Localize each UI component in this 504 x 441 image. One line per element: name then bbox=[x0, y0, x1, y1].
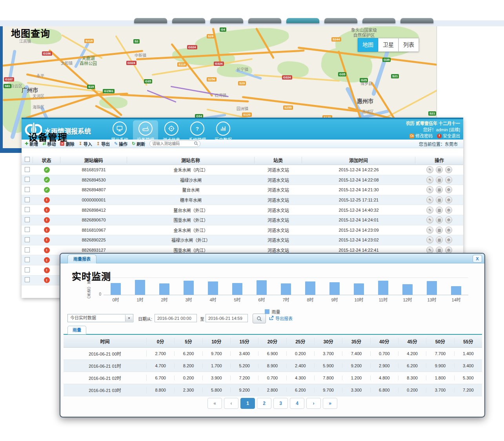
page-button-4[interactable]: 4 bbox=[290, 398, 304, 409]
tab-rainfall[interactable]: 雨量 bbox=[67, 326, 86, 334]
top-tab[interactable] bbox=[248, 18, 281, 23]
top-tab[interactable] bbox=[210, 18, 243, 23]
rainfall-row[interactable]: 2016-06-21 02时6.7000.2003.9007.2000.7004… bbox=[64, 372, 482, 384]
page-button-1[interactable]: 1 bbox=[240, 398, 255, 409]
row-checkbox[interactable] bbox=[25, 227, 30, 232]
delete-icon[interactable]: ▥ bbox=[436, 166, 443, 173]
settings-icon[interactable]: ⚙ bbox=[445, 196, 452, 203]
row-checkbox[interactable] bbox=[25, 217, 30, 222]
map-type-button-map[interactable]: 地图 bbox=[358, 38, 378, 52]
edit-icon[interactable]: ✎ bbox=[426, 166, 433, 173]
search-button[interactable] bbox=[253, 314, 266, 323]
row-checkbox[interactable] bbox=[25, 237, 30, 242]
toolbar-import-button[interactable]: ↧导入 bbox=[78, 141, 92, 147]
station-search-input[interactable] bbox=[149, 140, 200, 147]
row-checkbox[interactable] bbox=[25, 197, 30, 202]
map-type-button-list[interactable]: 列表 bbox=[398, 38, 419, 52]
close-icon[interactable]: X bbox=[473, 255, 482, 263]
top-tab[interactable] bbox=[362, 18, 395, 23]
row-checkbox[interactable] bbox=[25, 177, 30, 182]
rainfall-value-cell: 8.900 bbox=[258, 363, 286, 368]
delete-icon[interactable]: ▥ bbox=[436, 176, 443, 183]
row-actions-cell: ✎▥⚙ bbox=[415, 196, 463, 203]
table-row[interactable]: !8826898412鳌台水闸（外江）河道水文站2015-12-24 14:40… bbox=[22, 205, 463, 215]
rainfall-row[interactable]: 2016-06-21 03时8.8002.3005.8009.2002.8006… bbox=[64, 384, 482, 396]
page-button-next[interactable]: › bbox=[306, 398, 321, 409]
edit-icon[interactable]: ✎ bbox=[426, 227, 433, 234]
row-checkbox[interactable] bbox=[25, 167, 30, 172]
edit-icon[interactable]: ✎ bbox=[426, 207, 433, 214]
settings-icon[interactable]: ⚙ bbox=[445, 207, 452, 214]
select-all-checkbox[interactable] bbox=[25, 157, 30, 162]
key-icon bbox=[409, 134, 414, 138]
table-row[interactable]: !8826890225福禄沙水闸（外江）河道水文站2015-12-24 14:2… bbox=[22, 235, 463, 245]
rainfall-value-cell: 0.700 bbox=[258, 376, 286, 380]
map-town-label: 太和镇 bbox=[61, 60, 73, 66]
change-password-link[interactable]: 修改密码 bbox=[415, 134, 433, 138]
station-name-cell: 鳌台水闸（外江） bbox=[127, 207, 255, 213]
settings-icon[interactable]: ⚙ bbox=[445, 176, 452, 183]
page-button-3[interactable]: 3 bbox=[273, 398, 288, 409]
table-row[interactable]: !8826890670围垦水闸（外江）河道水文站2015-12-24 14:24… bbox=[22, 215, 463, 225]
table-row[interactable]: !8816810967金禾水闸（外江）河道水文站2015-12-24 14:23… bbox=[22, 225, 463, 236]
row-checkbox[interactable] bbox=[25, 267, 30, 272]
delete-icon[interactable]: ▥ bbox=[436, 186, 443, 193]
data-mode-select[interactable]: 今日实时数据 ▼ bbox=[67, 314, 133, 322]
row-checkbox[interactable] bbox=[25, 187, 30, 192]
logout-link[interactable]: 安全退出 bbox=[443, 134, 460, 138]
settings-icon[interactable]: ⚙ bbox=[445, 227, 452, 234]
chevron-down-icon: ▼ bbox=[125, 315, 133, 321]
station-name-cell: 金禾水闸（内江） bbox=[127, 167, 255, 173]
settings-icon[interactable]: ⚙ bbox=[445, 216, 452, 223]
table-row[interactable]: ✔8826894807鳌台水闸河道水文站2015-12-24 14:21:30✎… bbox=[22, 185, 463, 195]
export-report-link[interactable]: 导出报表 bbox=[269, 315, 293, 321]
search-icon[interactable] bbox=[194, 141, 198, 147]
delete-icon[interactable]: ▥ bbox=[436, 216, 443, 223]
toolbar-refresh-button[interactable]: ↻刷新 bbox=[132, 141, 145, 147]
page-button-last[interactable]: » bbox=[323, 398, 337, 409]
chart-icon bbox=[216, 122, 230, 136]
top-tab[interactable] bbox=[324, 18, 357, 23]
row-checkbox[interactable] bbox=[25, 277, 30, 282]
status-cell: ! bbox=[33, 267, 60, 273]
toolbar-export-button[interactable]: ↥导出 bbox=[96, 141, 110, 147]
table-row[interactable]: ✔8826894530福绿沙水闸河道水文站2015-12-24 14:22:08… bbox=[22, 175, 463, 185]
settings-icon[interactable]: ⚙ bbox=[445, 166, 452, 173]
delete-icon[interactable]: ▥ bbox=[436, 236, 443, 243]
road-shield: S21 bbox=[391, 74, 399, 78]
edit-icon[interactable]: ✎ bbox=[426, 216, 433, 223]
date-to-input[interactable] bbox=[206, 314, 248, 322]
settings-icon[interactable]: ⚙ bbox=[445, 236, 452, 243]
top-tab[interactable] bbox=[172, 18, 205, 23]
edit-icon[interactable]: ✎ bbox=[426, 196, 433, 203]
delete-icon[interactable]: ▥ bbox=[436, 207, 443, 214]
edit-icon[interactable]: ✎ bbox=[426, 186, 433, 193]
rainfall-row[interactable]: 2016-06-21 00时2.7006.2009.7003.4006.9000… bbox=[64, 348, 482, 360]
row-checkbox[interactable] bbox=[25, 247, 30, 252]
rainfall-row[interactable]: 2016-06-21 01时4.7008.2001.7005.2008.9002… bbox=[64, 360, 482, 372]
row-checkbox[interactable] bbox=[25, 257, 30, 262]
top-tab[interactable] bbox=[400, 18, 433, 23]
page-button-2[interactable]: 2 bbox=[257, 398, 271, 409]
top-tab[interactable] bbox=[134, 18, 167, 23]
top-tab[interactable] bbox=[286, 18, 319, 23]
table-row[interactable]: !0000000001穗丰年水闸河道水文站2015-12-25 17:11:21… bbox=[22, 195, 463, 205]
page-button-prev[interactable]: ‹ bbox=[224, 398, 238, 409]
rainfall-value-cell: 4.800 bbox=[371, 376, 398, 380]
edit-icon[interactable]: ✎ bbox=[426, 236, 433, 243]
row-checkbox[interactable] bbox=[25, 207, 30, 212]
delete-icon[interactable]: ▥ bbox=[436, 196, 443, 203]
map-type-button-satellite[interactable]: 卫星 bbox=[378, 38, 398, 52]
rain-bar bbox=[159, 283, 169, 295]
settings-icon[interactable]: ⚙ bbox=[445, 186, 452, 193]
column-header: 添加时间 bbox=[302, 157, 415, 163]
rainfall-value-cell: 2.700 bbox=[147, 351, 175, 356]
rainfall-column-header: 40分 bbox=[371, 338, 398, 345]
date-from-input[interactable] bbox=[155, 314, 197, 322]
tab-rainfall-report[interactable]: 雨量报表 bbox=[67, 254, 96, 263]
delete-icon[interactable]: ▥ bbox=[436, 227, 443, 234]
page-button-first[interactable]: « bbox=[207, 398, 222, 409]
toolbar-edit-button[interactable]: ✎操作 bbox=[114, 141, 127, 147]
edit-icon[interactable]: ✎ bbox=[426, 176, 433, 183]
table-row[interactable]: ✔8816819731金禾水闸（内江）河道水文站2015-12-24 14:22… bbox=[22, 165, 463, 175]
